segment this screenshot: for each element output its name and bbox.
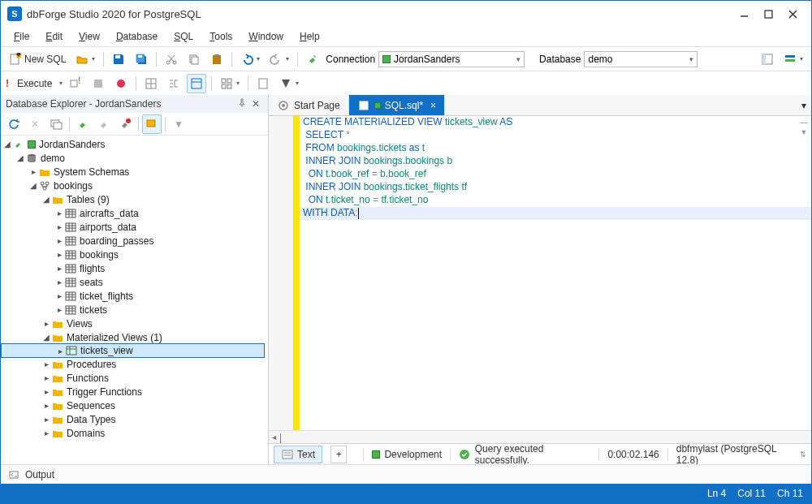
pin-icon[interactable] bbox=[237, 98, 248, 110]
svg-rect-18 bbox=[785, 59, 795, 62]
toolbar-view1-button[interactable] bbox=[758, 50, 777, 69]
debug-button[interactable] bbox=[111, 74, 131, 93]
tb-btn-1[interactable] bbox=[141, 74, 161, 93]
home-icon bbox=[277, 99, 290, 112]
output-panel-tab[interactable]: Output bbox=[1, 464, 811, 484]
tb-btn-3[interactable]: ▾ bbox=[217, 74, 243, 93]
tb-btn-2[interactable] bbox=[164, 74, 184, 93]
new-window-button[interactable] bbox=[46, 114, 66, 134]
tree-datatypes-folder[interactable]: ▸Data Types bbox=[1, 412, 268, 426]
tree-connection[interactable]: ◢JordanSanders bbox=[1, 137, 268, 151]
tree-table-item[interactable]: ▸airports_data bbox=[1, 220, 268, 234]
menu-window[interactable]: Window bbox=[242, 29, 290, 44]
copy-button[interactable] bbox=[184, 50, 204, 69]
save-all-button[interactable] bbox=[132, 50, 151, 69]
connect-button[interactable] bbox=[73, 114, 93, 134]
new-sql-button[interactable]: ✦ New SQL bbox=[6, 50, 69, 69]
tree-table-item[interactable]: ▸ticket_flights bbox=[1, 289, 268, 303]
svg-rect-87 bbox=[283, 450, 292, 459]
tree-table-item[interactable]: ▸aircrafts_data bbox=[1, 206, 268, 220]
bug-icon bbox=[114, 77, 127, 90]
tb-btn-active[interactable] bbox=[187, 74, 206, 93]
tab-sql-file[interactable]: SQL.sql* × bbox=[349, 95, 445, 115]
tb-btn-4[interactable] bbox=[253, 74, 273, 93]
database-icon bbox=[25, 152, 38, 165]
database-explorer-panel: Database Explorer - JordanSanders ✕ ✕ ▼ … bbox=[1, 95, 269, 464]
refresh-button[interactable] bbox=[4, 114, 24, 134]
undo-button[interactable]: ▾ bbox=[237, 50, 263, 69]
tree-table-item[interactable]: ▸flights bbox=[1, 261, 268, 275]
execute-dropdown[interactable]: ▾ bbox=[59, 80, 63, 87]
svg-rect-36 bbox=[147, 120, 155, 127]
tab-start-page[interactable]: Start Page bbox=[269, 95, 349, 115]
menu-view[interactable]: View bbox=[72, 29, 106, 44]
tree-tables-folder[interactable]: ◢Tables (9) bbox=[1, 192, 268, 206]
database-combo[interactable]: demo ▾ bbox=[584, 51, 698, 67]
svg-rect-7 bbox=[115, 55, 120, 58]
close-tab-icon[interactable]: × bbox=[430, 100, 436, 111]
tree-table-item[interactable]: ▸seats bbox=[1, 275, 268, 289]
filter-button[interactable]: ▼ bbox=[169, 114, 188, 134]
grid2-icon bbox=[220, 77, 233, 90]
grid-icon bbox=[145, 77, 158, 90]
connection-combo[interactable]: JordanSanders ▾ bbox=[378, 51, 525, 67]
overflow-icon[interactable]: ⇅ bbox=[800, 450, 806, 459]
redo-button[interactable]: ▾ bbox=[266, 50, 292, 69]
tree-table-item[interactable]: ▸tickets bbox=[1, 303, 268, 317]
add-view-button[interactable]: + bbox=[330, 446, 347, 463]
editor-content[interactable]: CREATE MATERIALIZED VIEW tickets_view AS… bbox=[300, 116, 811, 430]
menu-help[interactable]: Help bbox=[293, 29, 326, 44]
delete-button[interactable]: ✕ bbox=[25, 114, 45, 134]
stop-button[interactable] bbox=[89, 74, 108, 93]
menu-edit[interactable]: Edit bbox=[39, 29, 69, 44]
save-button[interactable] bbox=[109, 50, 128, 69]
minimize-button[interactable] bbox=[732, 4, 756, 24]
tb-btn-5[interactable]: ▾ bbox=[276, 74, 302, 93]
tree-database[interactable]: ◢demo bbox=[1, 151, 268, 165]
tree-table-item[interactable]: ▸boarding_passes bbox=[1, 234, 268, 248]
tree-table-item[interactable]: ▸bookings bbox=[1, 248, 268, 261]
menu-sql[interactable]: SQL bbox=[167, 29, 200, 44]
query-status: Query executed successfully. bbox=[459, 443, 590, 466]
explorer-toolbar: ✕ ▼ bbox=[1, 113, 268, 136]
menu-file[interactable]: File bbox=[7, 29, 36, 44]
menu-tools[interactable]: Tools bbox=[203, 29, 239, 44]
execute-current-button[interactable]: ! bbox=[66, 74, 85, 93]
tree-procedures-folder[interactable]: ▸Procedures bbox=[1, 357, 268, 371]
dis-all-button[interactable] bbox=[115, 114, 135, 134]
tree-matviews-folder[interactable]: ◢Materialized Views (1) bbox=[1, 330, 268, 344]
close-button[interactable] bbox=[780, 4, 805, 24]
tree-trigfunctions-folder[interactable]: ▸Trigger Functions bbox=[1, 385, 268, 398]
tab-menu-button[interactable]: ▾ bbox=[797, 95, 811, 115]
tree-matview-item-selected[interactable]: ▸tickets_view bbox=[1, 343, 265, 358]
tree-system-schemas[interactable]: ▸System Schemas bbox=[1, 165, 268, 179]
tree-functions-folder[interactable]: ▸Functions bbox=[1, 371, 268, 385]
menu-database[interactable]: Database bbox=[110, 29, 164, 44]
tree-schema-bookings[interactable]: ◢bookings bbox=[1, 179, 268, 192]
text-mode-button[interactable]: Text bbox=[274, 446, 322, 463]
explorer-tree[interactable]: ◢JordanSanders ◢demo ▸System Schemas ◢bo… bbox=[1, 136, 268, 464]
tree-sequences-folder[interactable]: ▸Sequences bbox=[1, 398, 268, 412]
maximize-button[interactable] bbox=[756, 4, 780, 24]
editor-hscrollbar[interactable]: ◂ | bbox=[269, 430, 811, 443]
disconnect-button[interactable] bbox=[94, 114, 114, 134]
close-panel-icon[interactable]: ✕ bbox=[252, 98, 263, 110]
status-col: Col 11 bbox=[737, 488, 766, 499]
window-title: dbForge Studio 2020 for PostgreSQL bbox=[27, 8, 732, 20]
tree-domains-folder[interactable]: ▸Domains bbox=[1, 426, 268, 440]
toolbar-view2-button[interactable]: ▾ bbox=[780, 50, 806, 69]
svg-point-35 bbox=[126, 118, 131, 123]
sql-editor[interactable]: CREATE MATERIALIZED VIEW tickets_view AS… bbox=[269, 116, 811, 430]
svg-rect-32 bbox=[259, 79, 267, 88]
undo-icon bbox=[240, 53, 253, 66]
open-button[interactable]: ▾ bbox=[72, 50, 98, 69]
paste-button[interactable] bbox=[207, 50, 227, 69]
plug-red-icon bbox=[119, 118, 132, 131]
execute-button[interactable]: Execute bbox=[14, 74, 55, 93]
cut-button[interactable] bbox=[162, 50, 181, 69]
svg-point-40 bbox=[43, 187, 46, 190]
explorer-title: Database Explorer - JordanSanders bbox=[6, 98, 161, 110]
show-all-button[interactable] bbox=[142, 114, 162, 134]
connection-icon-button[interactable] bbox=[303, 50, 322, 69]
tree-views-folder[interactable]: ▸Views bbox=[1, 317, 268, 330]
